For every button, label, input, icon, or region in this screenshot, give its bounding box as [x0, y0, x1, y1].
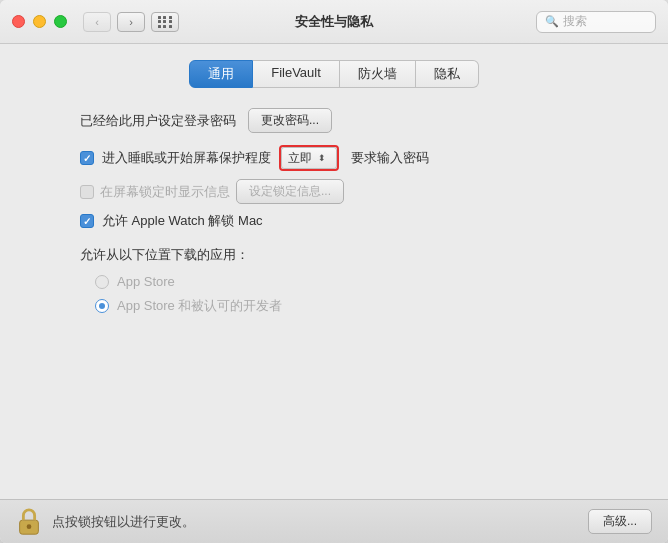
titlebar: ‹ › 安全性与隐私 🔍 搜索 [0, 0, 668, 44]
apple-watch-label: 允许 Apple Watch 解锁 Mac [102, 212, 263, 230]
bottom-bar: 点按锁按钮以进行更改。 高级... [0, 499, 668, 543]
advanced-button[interactable]: 高级... [588, 509, 652, 534]
nav-buttons: ‹ › [83, 12, 145, 32]
set-lock-button[interactable]: 设定锁定信息... [236, 179, 344, 204]
close-button[interactable] [12, 15, 25, 28]
sleep-checkbox[interactable] [80, 151, 94, 165]
search-placeholder: 搜索 [563, 13, 587, 30]
password-section: 已经给此用户设定登录密码 更改密码... [20, 108, 648, 133]
search-icon: 🔍 [545, 15, 559, 28]
radio-app-store-row: App Store [20, 274, 648, 289]
maximize-button[interactable] [54, 15, 67, 28]
grid-icon [158, 16, 173, 28]
search-box[interactable]: 🔍 搜索 [536, 11, 656, 33]
change-password-button[interactable]: 更改密码... [248, 108, 332, 133]
svg-point-1 [27, 524, 32, 529]
dropdown-arrow-icon: ⬍ [318, 153, 326, 163]
lock-screen-label: 在屏幕锁定时显示信息 [100, 183, 230, 201]
tab-bar: 通用 FileVault 防火墙 隐私 [20, 60, 648, 88]
lock-icon [16, 507, 42, 537]
grid-button[interactable] [151, 12, 179, 32]
tab-privacy[interactable]: 隐私 [416, 60, 479, 88]
sleep-after-label: 要求输入密码 [351, 149, 429, 167]
back-button[interactable]: ‹ [83, 12, 111, 32]
radio-app-store-dev[interactable] [95, 299, 109, 313]
lock-screen-checkbox[interactable] [80, 185, 94, 199]
tab-filevault[interactable]: FileVault [253, 60, 340, 88]
lock-screen-row: 在屏幕锁定时显示信息 设定锁定信息... [20, 179, 648, 204]
apple-watch-checkbox[interactable] [80, 214, 94, 228]
bottom-label: 点按锁按钮以进行更改。 [52, 513, 195, 531]
radio-app-store-dev-row: App Store 和被认可的开发者 [20, 297, 648, 315]
radio-app-store-dev-label: App Store 和被认可的开发者 [117, 297, 282, 315]
downloads-title: 允许从以下位置下载的应用： [20, 246, 648, 264]
tab-general[interactable]: 通用 [189, 60, 253, 88]
sleep-dropdown[interactable]: 立即 ⬍ [281, 147, 337, 169]
radio-app-store-label: App Store [117, 274, 175, 289]
sleep-dropdown-value: 立即 [288, 150, 312, 167]
sleep-option-label: 进入睡眠或开始屏幕保护程度 [102, 149, 271, 167]
tab-firewall[interactable]: 防火墙 [340, 60, 416, 88]
downloads-section: 允许从以下位置下载的应用： App Store App Store 和被认可的开… [20, 246, 648, 323]
window: ‹ › 安全性与隐私 🔍 搜索 通用 FileVault 防火墙 隐私 已经给此… [0, 0, 668, 543]
sleep-option-row: 进入睡眠或开始屏幕保护程度 立即 ⬍ 要求输入密码 [20, 145, 648, 171]
sleep-dropdown-container: 立即 ⬍ [279, 145, 339, 171]
window-title: 安全性与隐私 [295, 13, 373, 31]
traffic-lights [12, 15, 67, 28]
forward-button[interactable]: › [117, 12, 145, 32]
radio-app-store[interactable] [95, 275, 109, 289]
apple-watch-row: 允许 Apple Watch 解锁 Mac [20, 212, 648, 230]
minimize-button[interactable] [33, 15, 46, 28]
content-area: 通用 FileVault 防火墙 隐私 已经给此用户设定登录密码 更改密码...… [0, 44, 668, 499]
password-label: 已经给此用户设定登录密码 [80, 112, 236, 130]
